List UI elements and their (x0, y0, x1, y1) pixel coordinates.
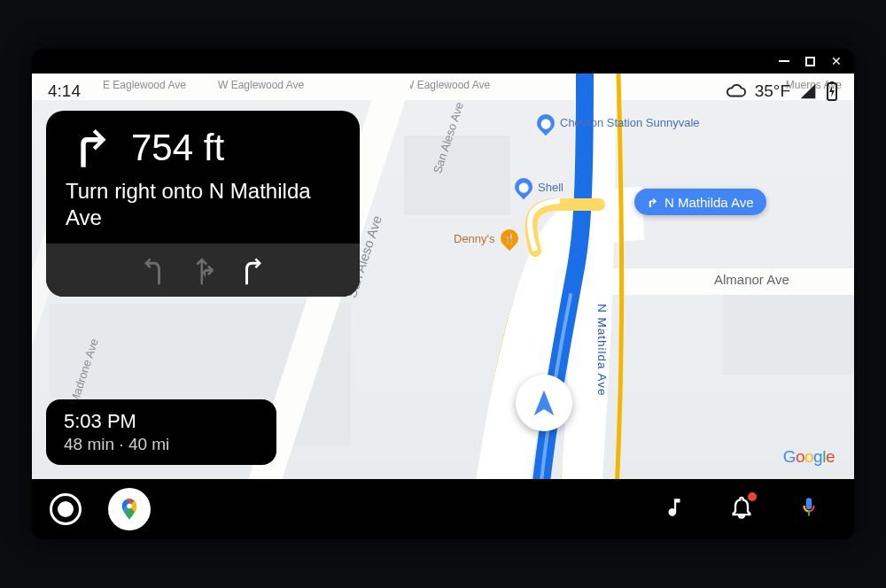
poi-dennys[interactable]: Denny's 🍴 (454, 229, 518, 247)
lane-straight-right-icon (190, 252, 216, 288)
music-button[interactable] (661, 494, 688, 524)
navigation-arrow-icon (529, 388, 559, 418)
device-frame: ✕ E Eaglewood Ave W Eaglewood Ave W Eagl… (32, 49, 854, 539)
turn-right-icon (66, 125, 112, 171)
poi-label: Shell (538, 181, 563, 194)
lane-left-icon (140, 252, 167, 288)
eta-arrival: 5:03 PM (64, 410, 259, 433)
home-button[interactable] (50, 493, 82, 525)
navigation-cursor[interactable] (516, 375, 572, 431)
poi-chevron[interactable]: ⬤ Chevron Station Sunnyvale (537, 114, 649, 132)
poi-shell[interactable]: ⬤ Shell (515, 178, 563, 196)
street-label: N Mathilda Ave (595, 304, 609, 397)
window-controls: ✕ (779, 49, 854, 74)
maximize-icon[interactable] (805, 57, 815, 66)
map-canvas[interactable]: E Eaglewood Ave W Eaglewood Ave W Eaglew… (32, 74, 854, 479)
voice-assistant-button[interactable] (796, 493, 822, 525)
notification-dot-icon (748, 492, 757, 501)
google-maps-icon (117, 497, 142, 522)
nav-bar (32, 479, 854, 539)
street-badge[interactable]: N Mathilda Ave (634, 189, 766, 215)
microphone-icon (797, 493, 820, 522)
eta-card[interactable]: 5:03 PM 48 min · 40 mi (46, 399, 276, 465)
minimize-icon[interactable] (779, 60, 789, 62)
direction-instruction: Turn right onto N Mathilda Ave (66, 178, 340, 231)
turn-right-icon (643, 194, 659, 210)
poi-label: Chevron Station Sunnyvale (560, 117, 649, 129)
street-badge-label: N Mathilda Ave (664, 195, 754, 210)
poi-label: Denny's (454, 232, 495, 245)
maps-app-button[interactable] (108, 488, 151, 530)
close-icon[interactable]: ✕ (831, 55, 842, 67)
lane-guidance (46, 244, 360, 297)
eta-summary: 48 min · 40 mi (64, 435, 259, 454)
music-note-icon (663, 494, 686, 521)
direction-card[interactable]: 754 ft Turn right onto N Mathilda Ave (46, 111, 360, 297)
lane-right-icon (239, 252, 266, 288)
notifications-button[interactable] (728, 494, 755, 524)
google-attribution: Google (783, 447, 835, 467)
direction-distance: 754 ft (131, 127, 224, 169)
svg-point-2 (127, 504, 132, 509)
